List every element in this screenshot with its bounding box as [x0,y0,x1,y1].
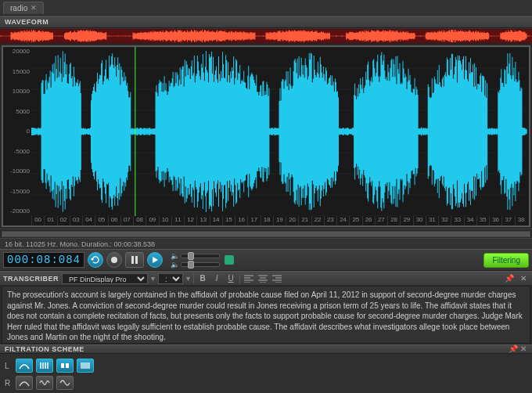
filter-curve-button[interactable] [16,359,33,373]
bold-button[interactable]: B [197,273,208,284]
close-icon[interactable]: ✕ [518,273,529,284]
transcriber-toolbar: TRANSCRIBER PF DinDisplay Pro ▾ 12 ▾ B I… [0,271,532,285]
speaker-right-icon: 🔈 [171,261,178,269]
filtration-row-right: R [5,374,527,391]
waveform-axis-x: 0001020304050607080910111213141516171819… [31,216,527,225]
loop-button[interactable] [88,252,103,268]
filter-sine-button-r[interactable] [56,376,74,390]
speaker-left-icon: 🔈 [171,252,178,260]
play-button[interactable] [147,252,163,268]
svg-rect-16 [61,363,64,368]
align-left-button[interactable] [243,273,254,284]
underline-button[interactable]: U [225,273,236,284]
waveform-overview[interactable] [0,28,532,44]
filter-wave-button-r[interactable] [36,376,53,390]
waveform-panel-header: WAVEFORM [0,16,532,28]
waveform-scrollbar[interactable] [0,229,532,238]
transcriber-title: TRANSCRIBER [3,275,59,283]
filtration-row-left: L [5,357,527,374]
pin-icon[interactable]: 📌 [509,345,516,353]
waveform-display[interactable]: 20000150001000050000-5000-10000-15000-20… [2,45,530,227]
filtration-panel: FILTRATION SCHEME 📌 ✕ L R [0,344,532,393]
waveform-axis-y: 20000150001000050000-5000-10000-15000-20… [3,47,31,216]
waveform-canvas[interactable] [31,47,527,216]
channel-left-label: L [5,362,13,370]
pause-button[interactable] [125,252,144,268]
audio-info-text: 16 bit. 11025 Hz. Mono. Duration.: 00:00… [5,240,155,248]
svg-marker-15 [153,257,158,263]
svg-rect-13 [131,256,134,264]
volume-controls: 🔈 🔈 [171,252,220,269]
filter-bars2-button[interactable] [77,359,94,373]
volume-left-slider[interactable] [181,254,220,258]
filter-bars1-button[interactable] [36,359,53,373]
pin-icon[interactable]: 📌 [504,273,515,284]
transcript-content: The prosecution's account is largely con… [7,290,523,341]
link-channels-toggle[interactable] [225,255,234,265]
tab-radio[interactable]: radio ✕ [3,2,44,14]
tab-label: radio [10,4,27,13]
filter-curve-button-r[interactable] [16,376,33,390]
transcript-text-area[interactable]: The prosecution's account is largely con… [2,286,530,344]
filtering-button[interactable]: Filtering [483,253,529,268]
italic-button[interactable]: I [211,273,222,284]
tab-close-icon[interactable]: ✕ [31,4,37,12]
document-tabbar: radio ✕ [0,0,532,16]
align-right-button[interactable] [271,273,282,284]
filtration-panel-header: FILTRATION SCHEME 📌 ✕ [0,344,532,354]
audio-info-bar: 16 bit. 11025 Hz. Mono. Duration.: 00:00… [0,238,532,249]
font-family-select[interactable]: PF DinDisplay Pro [62,273,148,284]
volume-right-slider[interactable] [181,262,220,267]
channel-right-label: R [5,379,13,388]
filter-band-button[interactable] [56,359,74,373]
close-icon[interactable]: ✕ [519,345,527,353]
svg-rect-14 [135,256,138,264]
transport-bar: 000:08:084 🔈 🔈 Filtering [0,249,532,271]
font-size-select[interactable]: 12 [158,273,183,284]
scrollbar-thumb[interactable] [2,232,530,236]
svg-rect-17 [66,363,69,368]
record-button[interactable] [106,252,122,268]
align-center-button[interactable] [257,273,268,284]
svg-point-12 [111,257,117,263]
waveform-panel-title: WAVEFORM [5,18,49,26]
time-display: 000:08:084 [3,252,84,268]
filtration-panel-title: FILTRATION SCHEME [5,345,84,353]
